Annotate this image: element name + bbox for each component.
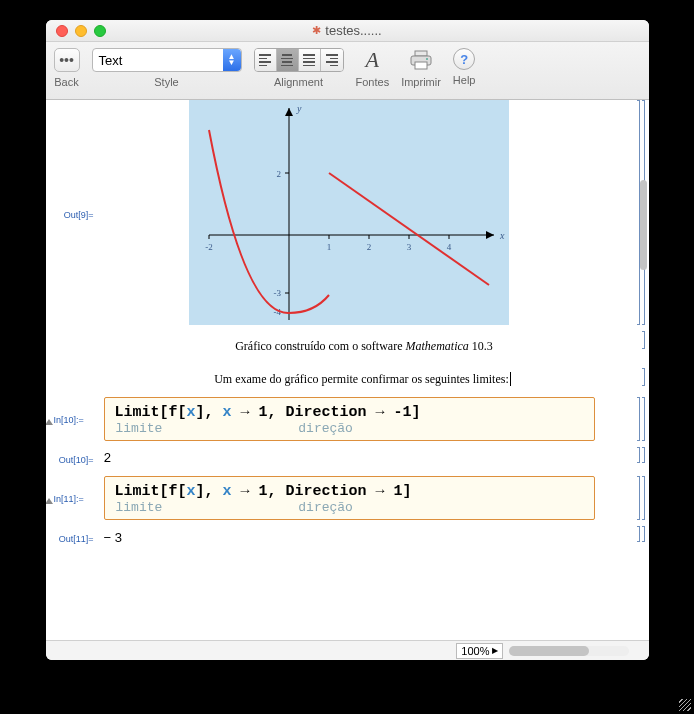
chevron-updown-icon: ▲▼ [223, 49, 241, 71]
in10-label: In[10]:= [54, 415, 84, 425]
in11-label-wrap: In[11]:= [46, 476, 104, 520]
svg-text:1: 1 [327, 242, 332, 252]
style-dropdown[interactable]: Text ▲▼ [92, 48, 242, 72]
out10-value[interactable]: 2 [104, 447, 625, 470]
scrollbar-thumb[interactable] [509, 646, 589, 656]
in11-code[interactable]: Limit[f[x], x → 1, Direction → 1] limite… [104, 476, 595, 520]
cell-caption: Gráfico construído com o software Mathem… [46, 331, 649, 362]
help-button[interactable]: ? [453, 48, 475, 70]
svg-text:x: x [499, 230, 505, 241]
cell-in11: In[11]:= Limit[f[x], x → 1, Direction → … [46, 476, 649, 520]
code-limit: Limit [115, 404, 160, 421]
cell-brackets[interactable] [625, 397, 649, 441]
hint-direcao: direção [298, 500, 353, 515]
align-center-icon [281, 54, 293, 66]
cell-text: Um exame do gráfico permite confirmar os… [46, 368, 649, 391]
text-line[interactable]: Um exame do gráfico permite confirmar os… [104, 368, 625, 391]
svg-text:2: 2 [367, 242, 372, 252]
help-group: ? Help [453, 48, 476, 86]
horizontal-scrollbar[interactable] [509, 646, 629, 656]
plot-caption: Gráfico construído com o software Mathem… [104, 331, 625, 362]
caption-version: 10.3 [469, 339, 493, 353]
style-group: Text ▲▼ Style [92, 48, 242, 88]
svg-rect-0 [415, 51, 427, 56]
app-window: ✱ testes...... ••• Back Text ▲▼ Style [46, 20, 649, 660]
align-left-icon [259, 54, 271, 66]
svg-line-25 [329, 173, 489, 285]
code-f: [f[ [160, 483, 187, 500]
align-center-button[interactable] [277, 49, 299, 71]
alignment-segmented [254, 48, 344, 72]
window-title: ✱ testes...... [46, 23, 649, 38]
svg-text:3: 3 [407, 242, 412, 252]
code-var-x2: x [223, 483, 232, 500]
fonts-group: A Fontes [356, 48, 390, 88]
plot-svg: -2 1 2 3 4 2 -3 [189, 100, 509, 325]
vertical-scrollbar[interactable] [640, 180, 647, 270]
out10-label: Out[10]= [46, 447, 104, 470]
svg-text:4: 4 [447, 242, 452, 252]
alignment-group: Alignment [254, 48, 344, 88]
back-icon: ••• [59, 52, 74, 68]
svg-text:2: 2 [277, 169, 282, 179]
hint-direcao: direção [298, 421, 353, 436]
back-button[interactable]: ••• [54, 48, 80, 72]
cell-brackets[interactable] [625, 447, 649, 470]
print-button[interactable] [408, 48, 434, 72]
text-exam: Um exame do gráfico permite confirmar os… [214, 372, 509, 386]
code-direction: Direction [286, 483, 367, 500]
code-hints: limite direção [115, 500, 584, 515]
in10-code[interactable]: Limit[f[x], x → 1, Direction → -1] limit… [104, 397, 595, 441]
in11-body: Limit[f[x], x → 1, Direction → 1] limite… [104, 476, 625, 520]
back-label: Back [54, 76, 78, 88]
align-right-button[interactable] [321, 49, 343, 71]
code-mid: ], [196, 483, 223, 500]
cell-brackets[interactable] [625, 476, 649, 520]
print-group: Imprimir [401, 48, 441, 88]
disclosure-triangle-icon[interactable] [46, 419, 53, 425]
style-label: Style [154, 76, 178, 88]
disclosure-triangle-icon[interactable] [46, 498, 53, 504]
cell-brackets[interactable] [625, 331, 649, 362]
out11-value[interactable]: − 3 [104, 526, 625, 550]
zoom-dropdown[interactable]: 100% ▶ [456, 643, 502, 659]
fonts-label: Fontes [356, 76, 390, 88]
in10-label-wrap: In[10]:= [46, 397, 104, 441]
out11-label: Out[11]= [46, 526, 104, 550]
document-icon: ✱ [312, 24, 321, 37]
hint-limite: limite [116, 500, 163, 515]
cell-out9: Out[9]= -2 [46, 100, 649, 325]
titlebar: ✱ testes...... [46, 20, 649, 42]
svg-marker-7 [285, 108, 293, 116]
back-group: ••• Back [54, 48, 80, 88]
in11-label: In[11]:= [54, 494, 84, 504]
out9-label: Out[9]= [46, 100, 104, 325]
help-label: Help [453, 74, 476, 86]
cell-brackets[interactable] [625, 526, 649, 550]
code-end: → 1] [367, 483, 412, 500]
zoom-value: 100% [461, 645, 489, 657]
caption-software: Mathematica [405, 339, 468, 353]
code-hints: limite direção [115, 421, 584, 436]
code-arrow1: → 1, [232, 483, 286, 500]
fonts-button[interactable]: A [366, 48, 379, 72]
chevron-right-icon: ▶ [492, 646, 498, 655]
align-left-button[interactable] [255, 49, 277, 71]
align-justify-button[interactable] [299, 49, 321, 71]
notebook-content: Out[9]= -2 [46, 100, 649, 640]
style-value: Text [99, 53, 123, 68]
code-var-x: x [187, 404, 196, 421]
align-justify-icon [303, 54, 315, 66]
svg-point-3 [426, 58, 428, 60]
plot-output[interactable]: -2 1 2 3 4 2 -3 [189, 100, 509, 325]
svg-text:-2: -2 [205, 242, 213, 252]
toolbar: ••• Back Text ▲▼ Style Alignment A Fonte… [46, 42, 649, 100]
alignment-label: Alignment [274, 76, 323, 88]
window-title-text: testes...... [325, 23, 381, 38]
code-limit: Limit [115, 483, 160, 500]
svg-text:y: y [296, 103, 302, 114]
cell-brackets[interactable] [625, 368, 649, 391]
notebook[interactable]: Out[9]= -2 [46, 100, 649, 640]
printer-icon [409, 50, 433, 70]
code-var-x2: x [223, 404, 232, 421]
